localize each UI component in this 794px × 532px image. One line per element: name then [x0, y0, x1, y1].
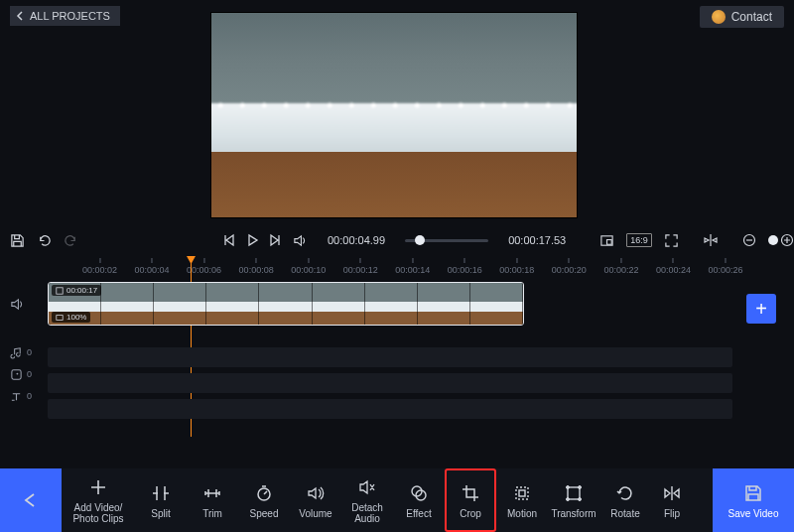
svg-point-17	[579, 497, 582, 500]
ruler-tick: 00:00:18	[499, 258, 534, 275]
split-icon	[151, 482, 171, 504]
play-icon[interactable]	[245, 233, 259, 247]
audio-track[interactable]	[48, 347, 732, 367]
motion-button[interactable]: Motion	[496, 468, 548, 532]
all-projects-label: ALL PROJECTS	[30, 10, 110, 22]
flip-icon	[662, 482, 682, 504]
speed-button[interactable]: Speed	[238, 468, 290, 532]
contact-avatar-icon	[712, 10, 726, 24]
effect-button[interactable]: Effect	[393, 468, 445, 532]
clip-duration-badge: 00:00:17	[52, 285, 101, 296]
current-time: 00:00:04.99	[328, 234, 385, 246]
flip-button[interactable]: Flip	[651, 468, 693, 532]
prev-frame-icon[interactable]	[221, 233, 235, 247]
add-track-button[interactable]: +	[746, 294, 776, 324]
speed-icon	[254, 482, 274, 504]
zoom-in-icon[interactable]	[780, 233, 794, 247]
svg-point-14	[567, 485, 570, 488]
ruler-tick: 00:00:20	[552, 258, 587, 275]
volume-button[interactable]: Volume	[290, 468, 341, 532]
split-button[interactable]: Split	[135, 468, 187, 532]
bottom-toolbar: Add Video/ Photo Clips Split Trim Speed …	[0, 468, 794, 532]
trim-button[interactable]: Trim	[187, 468, 238, 532]
rotate-icon	[615, 482, 635, 504]
ruler-tick: 00:00:04	[135, 258, 170, 275]
ruler-tick: 00:00:24	[656, 258, 691, 275]
fullscreen-icon[interactable]	[664, 233, 679, 248]
svg-point-16	[567, 497, 570, 500]
volume-icon[interactable]	[293, 233, 308, 248]
svg-point-5	[17, 372, 19, 374]
text-track[interactable]	[48, 399, 732, 419]
ruler-tick: 00:00:02	[82, 258, 117, 275]
svg-rect-1	[607, 239, 612, 244]
plus-icon: +	[755, 298, 767, 321]
svg-rect-11	[516, 487, 528, 499]
text-track-count: 0	[27, 391, 32, 401]
contact-label: Contact	[731, 10, 772, 24]
save-icon[interactable]	[10, 233, 25, 248]
plus-icon	[89, 476, 107, 498]
ruler-tick: 00:00:22	[603, 258, 638, 275]
transform-button[interactable]: Transform	[548, 468, 599, 532]
rotate-button[interactable]: Rotate	[599, 468, 651, 532]
video-clip[interactable]: 00:00:17 100%	[48, 282, 524, 326]
speaker-icon[interactable]	[10, 297, 25, 312]
undo-icon[interactable]	[37, 233, 52, 248]
effect-icon	[409, 482, 429, 504]
volume-tool-icon	[306, 482, 326, 504]
next-frame-icon[interactable]	[269, 233, 283, 247]
chevron-left-icon	[16, 11, 26, 21]
text-icon[interactable]	[10, 390, 23, 403]
seek-bar[interactable]	[405, 239, 488, 242]
ruler-tick: 00:00:14	[395, 258, 430, 275]
transform-icon	[564, 482, 584, 504]
total-time: 00:00:17.53	[508, 234, 566, 246]
ruler-tick: 00:00:26	[708, 258, 742, 275]
svg-rect-4	[12, 369, 21, 378]
zoom-out-icon[interactable]	[742, 233, 756, 247]
ruler-tick: 00:00:12	[343, 258, 378, 275]
overlay-track[interactable]	[48, 373, 732, 393]
arrow-left-icon	[20, 489, 42, 511]
ruler-tick: 00:00:16	[448, 258, 482, 275]
crop-icon	[461, 482, 480, 504]
aspect-ratio-readout[interactable]: 16:9	[626, 233, 652, 247]
video-preview[interactable]	[210, 12, 578, 218]
all-projects-button[interactable]: ALL PROJECTS	[10, 6, 120, 26]
ruler-tick: 00:00:08	[239, 258, 274, 275]
svg-rect-7	[57, 315, 63, 320]
svg-rect-13	[568, 487, 580, 499]
redo-icon[interactable]	[64, 233, 78, 248]
motion-icon	[512, 482, 532, 504]
svg-rect-6	[57, 287, 63, 293]
timeline-mode-icon[interactable]	[703, 232, 719, 248]
add-clips-button[interactable]: Add Video/ Photo Clips	[62, 468, 135, 532]
clip-thumbnails	[49, 283, 523, 325]
svg-point-15	[579, 485, 582, 488]
overlay-track-count: 0	[27, 369, 32, 379]
back-button[interactable]	[0, 468, 62, 532]
music-icon[interactable]	[10, 346, 23, 359]
svg-rect-12	[519, 490, 525, 496]
detach-audio-button[interactable]: Detach Audio	[341, 468, 393, 532]
clip-zoom-badge: 100%	[52, 312, 90, 323]
save-video-button[interactable]: Save Video	[713, 468, 794, 532]
trim-icon	[202, 482, 222, 504]
snapshot-icon[interactable]	[599, 233, 614, 248]
add-clips-label: Add Video/ Photo Clips	[72, 502, 123, 524]
crop-button[interactable]: Crop	[445, 468, 496, 532]
contact-button[interactable]: Contact	[700, 6, 784, 28]
timeline-ruler[interactable]: 00:00:0200:00:0400:00:0600:00:0800:00:10…	[48, 258, 746, 280]
save-video-icon	[743, 482, 763, 504]
detach-audio-icon	[357, 476, 377, 498]
audio-track-count: 0	[27, 347, 32, 357]
ruler-tick: 00:00:10	[291, 258, 326, 275]
overlay-icon[interactable]	[10, 368, 23, 381]
preview-frame	[211, 13, 577, 217]
